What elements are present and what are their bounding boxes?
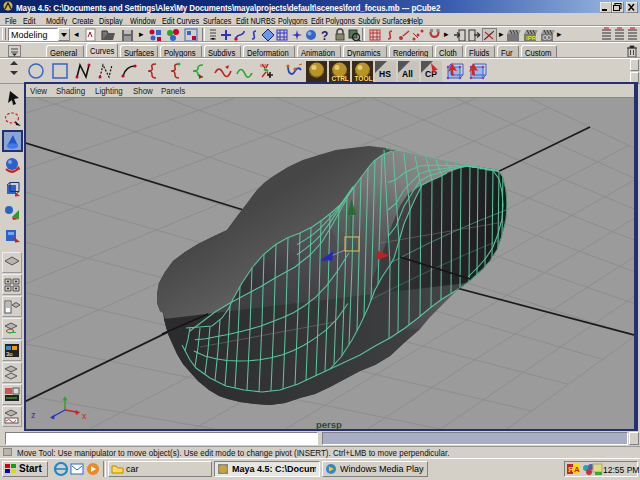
svg-text:u.x: u.x [260, 62, 267, 68]
svg-text:CP: CP [425, 69, 437, 79]
svg-text:z: z [31, 410, 36, 420]
svg-text:TOOL: TOOL [355, 75, 373, 82]
svg-text:3o: 3o [6, 351, 13, 357]
svg-text:All: All [402, 69, 413, 79]
svg-text:A: A [574, 465, 580, 474]
svg-text:HS: HS [379, 69, 391, 79]
svg-text:CTRL: CTRL [332, 75, 349, 82]
svg-text:persp: persp [316, 419, 342, 430]
svg-text:x: x [82, 411, 87, 421]
